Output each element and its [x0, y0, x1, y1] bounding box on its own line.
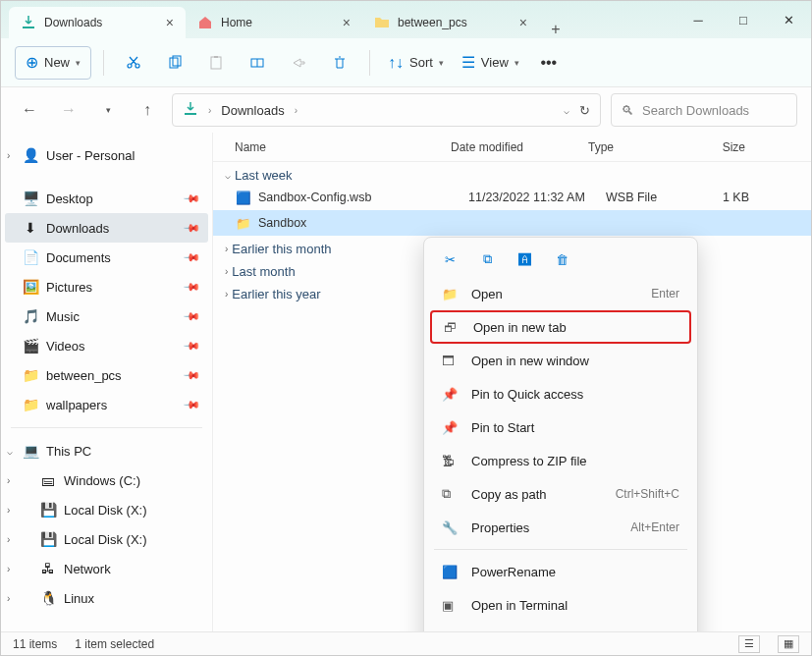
chevron-right-icon[interactable]: › — [7, 150, 10, 161]
sidebar-item-desktop[interactable]: 🖥️Desktop📌 — [5, 184, 208, 213]
ctx-copy-path[interactable]: ⧉Copy as pathCtrl+Shift+C — [430, 477, 691, 511]
new-button[interactable]: ⊕ New ▾ — [15, 46, 91, 80]
sidebar-item-pictures[interactable]: 🖼️Pictures📌 — [5, 272, 208, 301]
maximize-button[interactable]: □ — [721, 1, 766, 38]
sidebar-item-wallpapers[interactable]: 📁wallpapers📌 — [5, 390, 208, 419]
more-button[interactable]: ••• — [531, 46, 567, 80]
pin-icon: 📌 — [182, 365, 200, 384]
ctx-open[interactable]: 📁OpenEnter — [430, 277, 691, 310]
share-button[interactable] — [281, 46, 316, 80]
rename-button[interactable] — [240, 46, 275, 80]
zip-icon: 🗜 — [442, 454, 460, 468]
ctx-terminal[interactable]: ▣Open in Terminal — [430, 588, 691, 622]
new-tab-button[interactable]: + — [539, 21, 572, 38]
context-icon-row: ✂ ⧉ 🅰 🗑 — [430, 244, 691, 277]
close-button[interactable]: ✕ — [766, 1, 811, 38]
sidebar-item-drive-x1[interactable]: ›💾Local Disk (X:) — [5, 495, 208, 524]
sidebar-item-between-pcs[interactable]: 📁between_pcs📌 — [5, 360, 208, 390]
details-view-button[interactable]: ☰ — [738, 635, 760, 653]
up-button[interactable]: ↑ — [133, 95, 162, 125]
col-type[interactable]: Type — [588, 140, 686, 154]
wsb-icon: 🟦 — [235, 189, 252, 206]
properties-icon: 🔧 — [442, 520, 460, 535]
search-input[interactable]: 🔍︎ Search Downloads — [611, 93, 797, 127]
status-bar: 11 items 1 item selected ☰ ▦ — [1, 631, 811, 655]
drive-icon: 🖴 — [40, 472, 56, 488]
toolbar: ⊕ New ▾ ↑↓ Sort ▾ ☰ View ▾ ••• — [1, 38, 811, 87]
back-button[interactable]: ← — [15, 95, 44, 125]
sidebar-item-user[interactable]: › 👤 User - Personal — [5, 140, 208, 170]
sidebar-item-documents[interactable]: 📄Documents📌 — [5, 243, 208, 272]
chevron-right-icon[interactable]: › — [7, 564, 10, 574]
sidebar-item-music[interactable]: 🎵Music📌 — [5, 301, 208, 331]
sidebar-item-network[interactable]: ›🖧Network — [5, 554, 208, 583]
close-icon[interactable]: × — [519, 15, 527, 30]
close-icon[interactable]: × — [166, 15, 174, 30]
chevron-right-icon[interactable]: › — [7, 505, 10, 516]
sidebar-item-drive-x2[interactable]: ›💾Local Disk (X:) — [5, 524, 208, 554]
forward-button[interactable]: → — [54, 95, 83, 125]
tab-label: Downloads — [44, 16, 102, 29]
chevron-right-icon[interactable]: › — [7, 475, 10, 486]
recent-button[interactable]: ▾ — [93, 95, 123, 125]
column-header: Name Date modified Type Size — [213, 133, 811, 162]
ctx-pin-quick[interactable]: 📌Pin to Quick access — [430, 377, 691, 410]
tab-home[interactable]: Home × — [186, 7, 362, 38]
svg-rect-2 — [211, 57, 221, 69]
copy-icon[interactable]: ⧉ — [477, 249, 497, 269]
chevron-right-icon[interactable]: › — [7, 593, 10, 604]
refresh-icon[interactable]: ↻ — [579, 103, 590, 118]
pictures-icon: 🖼️ — [23, 279, 38, 295]
file-row[interactable]: 📁 Sandbox — [213, 210, 811, 236]
sidebar-item-linux[interactable]: ›🐧Linux — [5, 583, 208, 613]
context-menu: ✂ ⧉ 🅰 🗑 📁OpenEnter 🗗Open in new tab 🗖Ope… — [423, 237, 698, 656]
breadcrumb[interactable]: Downloads — [221, 103, 284, 118]
delete-button[interactable] — [322, 46, 357, 80]
pin-icon: 📌 — [442, 387, 460, 402]
chevron-down-icon[interactable]: ⌵ — [7, 446, 13, 457]
chevron-right-icon[interactable]: › — [7, 534, 10, 545]
folder-icon: 📁 — [442, 287, 460, 301]
copy-button[interactable] — [157, 46, 192, 80]
col-date[interactable]: Date modified — [451, 140, 588, 154]
cut-icon[interactable]: ✂ — [440, 249, 460, 269]
sidebar-item-drive-c[interactable]: ›🖴Windows (C:) — [5, 465, 208, 495]
ctx-properties[interactable]: 🔧PropertiesAlt+Enter — [430, 511, 691, 544]
rename-icon[interactable]: 🅰 — [514, 249, 534, 269]
sort-button[interactable]: ↑↓ Sort ▾ — [382, 46, 450, 80]
linux-icon: 🐧 — [40, 590, 56, 606]
paste-button[interactable] — [198, 46, 234, 80]
chevron-right-icon: › — [225, 244, 228, 254]
sidebar-item-videos[interactable]: 🎬Videos📌 — [5, 331, 208, 360]
ctx-pin-start[interactable]: 📌Pin to Start — [430, 410, 691, 444]
ctx-compress[interactable]: 🗜Compress to ZIP file — [430, 444, 691, 477]
tab-between-pcs[interactable]: between_pcs × — [362, 7, 539, 38]
home-icon — [197, 15, 213, 30]
pin-icon: 📌 — [182, 218, 200, 237]
group-last-week[interactable]: ⌵Last week — [213, 162, 811, 185]
sidebar-item-this-pc[interactable]: ⌵ 💻 This PC — [5, 436, 208, 465]
pin-icon: 📌 — [182, 395, 200, 413]
chevron-down-icon[interactable]: ⌵ — [564, 105, 569, 116]
sidebar-item-downloads[interactable]: ⬇Downloads📌 — [5, 213, 208, 243]
folder-icon: 📁 — [23, 367, 38, 383]
ctx-open-new-tab[interactable]: 🗗Open in new tab — [430, 310, 691, 344]
col-name[interactable]: Name — [235, 140, 451, 154]
address-bar[interactable]: › Downloads › ⌵ ↻ — [172, 93, 601, 127]
ctx-powerrename[interactable]: 🟦PowerRename — [430, 555, 691, 588]
cut-button[interactable] — [116, 46, 151, 80]
view-button[interactable]: ☰ View ▾ — [456, 46, 525, 80]
tab-downloads[interactable]: Downloads × — [9, 7, 186, 38]
thumbnails-view-button[interactable]: ▦ — [778, 635, 799, 653]
plus-icon: ⊕ — [26, 53, 38, 72]
ctx-open-new-window[interactable]: 🗖Open in new window — [430, 344, 691, 377]
pin-icon: 📌 — [182, 306, 200, 325]
col-size[interactable]: Size — [686, 140, 745, 154]
disk-icon: 💾 — [40, 531, 56, 547]
minimize-button[interactable]: ─ — [676, 1, 721, 38]
close-icon[interactable]: × — [343, 15, 351, 30]
file-row[interactable]: 🟦 Sandbox-Config.wsb 11/23/2022 11:32 AM… — [213, 185, 811, 210]
chevron-right-icon: › — [225, 266, 228, 277]
titlebar: Downloads × Home × between_pcs × + ─ □ ✕ — [1, 1, 811, 38]
delete-icon[interactable]: 🗑 — [552, 249, 571, 269]
